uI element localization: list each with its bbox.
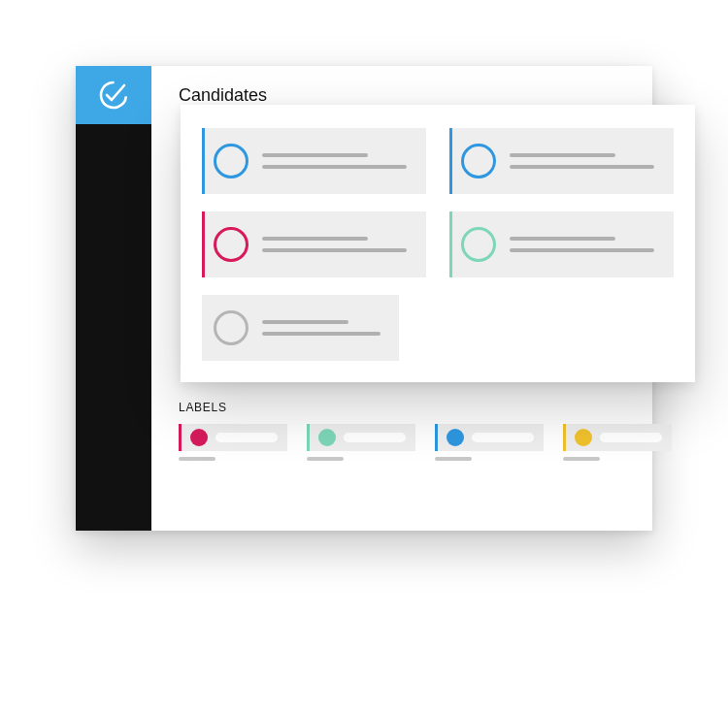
logo-check-icon — [96, 78, 131, 113]
label-name-placeholder — [215, 433, 278, 442]
svg-point-0 — [97, 79, 129, 111]
avatar-ring-icon — [214, 144, 248, 178]
avatar-ring-icon — [214, 227, 248, 262]
candidate-text-placeholder — [510, 237, 660, 252]
label-dot-icon — [575, 429, 592, 446]
label-subtext-placeholder — [179, 457, 215, 461]
sidebar — [76, 66, 151, 531]
candidate-card[interactable] — [202, 211, 426, 277]
label-dot-icon — [447, 429, 464, 446]
labels-section-title: LABELS — [179, 401, 672, 414]
label-dot-icon — [190, 429, 208, 446]
candidates-panel — [181, 105, 695, 382]
label-chip[interactable] — [563, 424, 672, 461]
label-name-placeholder — [472, 433, 534, 442]
label-name-placeholder — [344, 433, 406, 442]
page-title: Candidates — [179, 85, 672, 106]
candidate-text-placeholder — [510, 153, 660, 169]
label-chip[interactable] — [179, 424, 287, 461]
candidate-text-placeholder — [262, 237, 413, 252]
avatar-ring-icon — [461, 144, 496, 178]
label-name-placeholder — [600, 433, 662, 442]
candidate-card[interactable] — [449, 128, 674, 194]
label-subtext-placeholder — [563, 457, 600, 461]
candidate-text-placeholder — [262, 153, 413, 169]
candidate-card[interactable] — [202, 295, 399, 361]
candidate-card[interactable] — [202, 128, 426, 194]
avatar-ring-icon — [461, 227, 496, 262]
label-chip[interactable] — [307, 424, 415, 461]
label-dot-icon — [318, 429, 336, 446]
candidate-card[interactable] — [449, 211, 674, 277]
label-chip[interactable] — [435, 424, 544, 461]
logo[interactable] — [76, 66, 151, 124]
label-subtext-placeholder — [435, 457, 472, 461]
avatar-ring-icon — [214, 310, 248, 345]
candidates-grid — [202, 128, 674, 361]
label-subtext-placeholder — [307, 457, 344, 461]
labels-list — [179, 424, 672, 461]
candidate-text-placeholder — [262, 320, 385, 336]
